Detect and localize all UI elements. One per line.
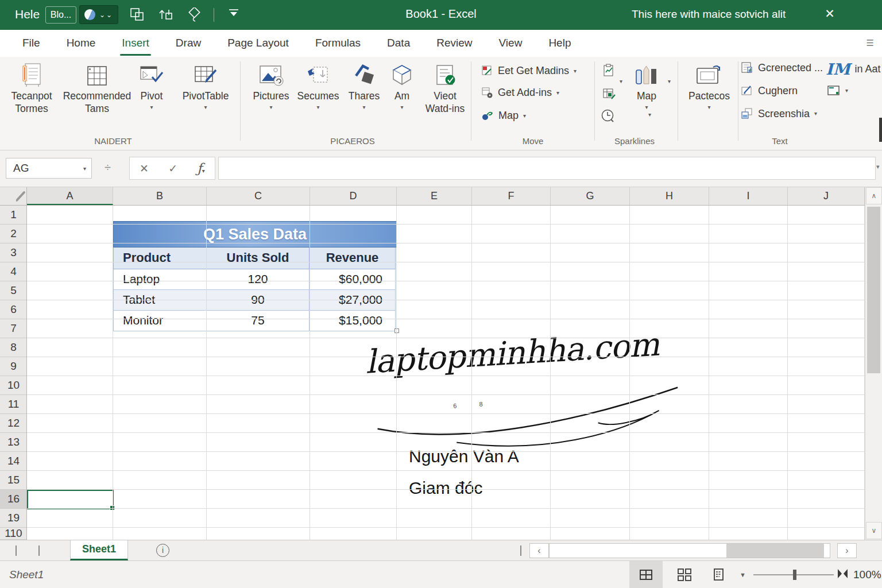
table-row[interactable]: Monitor75$15,000 xyxy=(113,311,397,331)
pictures-button[interactable]: Pictures ▾ xyxy=(249,62,293,110)
sheet-nav-mark[interactable] xyxy=(16,546,17,556)
tab-view[interactable]: View xyxy=(486,30,536,57)
formula-input[interactable] xyxy=(218,157,876,180)
object-item[interactable]: Gcrenected ... xyxy=(741,61,823,74)
document-button[interactable]: Blo... xyxy=(45,6,76,24)
sort-upload-icon[interactable] xyxy=(158,7,173,25)
copy-icon[interactable] xyxy=(130,7,146,25)
screenshot-item[interactable]: Screenshia ▾ xyxy=(741,107,817,120)
table-row[interactable]: Tablet90$27,000 xyxy=(113,290,397,311)
ribbon-options-icon[interactable]: ☰ xyxy=(866,38,874,47)
table-header-2[interactable]: Revenue xyxy=(309,247,396,269)
map-chart-button[interactable]: Map ▾ xyxy=(626,62,667,110)
sheet-nav-mark[interactable] xyxy=(38,546,40,556)
tables-button[interactable]: TecanpotTormes xyxy=(5,62,59,115)
table-cell[interactable]: $27,000 xyxy=(309,290,396,311)
table-cell[interactable]: Tablet xyxy=(113,290,207,311)
scroll-up-icon[interactable]: ∧ xyxy=(866,187,882,204)
tab-insert[interactable]: Insert xyxy=(109,30,163,57)
get-madins-item[interactable]: Eet Get Madins ▾ xyxy=(481,65,577,77)
tab-home[interactable]: Home xyxy=(53,30,109,57)
sparkline-column-icon[interactable] xyxy=(602,87,617,103)
column-header-H[interactable]: H xyxy=(630,187,709,205)
row-header-4[interactable]: 4 xyxy=(0,262,27,281)
table-header-0[interactable]: Product xyxy=(113,247,207,269)
sales-table-title[interactable]: Q1 Sales Data xyxy=(113,221,397,247)
column-header-I[interactable]: I xyxy=(709,187,788,205)
row-header-3[interactable]: 3 xyxy=(0,243,27,262)
chart-quick-button[interactable]: ⌄⌄ xyxy=(79,5,118,24)
tab-review[interactable]: Review xyxy=(423,30,485,57)
get-addins-item[interactable]: Get Add-ins ▾ xyxy=(481,87,559,99)
row-header-110[interactable]: 110 xyxy=(0,528,27,540)
cancel-icon[interactable]: ✕ xyxy=(140,162,149,175)
vertical-scroll-thumb[interactable] xyxy=(867,207,880,373)
insert-function-icon[interactable]: ƒ▾ xyxy=(197,161,205,176)
info-icon[interactable]: i xyxy=(156,544,169,557)
zoom-slider-thumb[interactable] xyxy=(793,570,796,580)
pivottable-button[interactable]: PivotTable ▾ xyxy=(173,62,238,110)
models-button[interactable]: Am ▾ xyxy=(386,62,418,110)
namebox-splitter[interactable]: ÷ xyxy=(105,161,111,174)
column-header-J[interactable]: J xyxy=(788,187,865,205)
column-header-E[interactable]: E xyxy=(397,187,472,205)
tab-data[interactable]: Data xyxy=(374,30,423,57)
tab-file[interactable]: File xyxy=(9,30,53,57)
table-cell[interactable]: 120 xyxy=(206,269,310,290)
row-header-6[interactable]: 6 xyxy=(0,300,27,319)
column-header-A[interactable]: A xyxy=(27,187,113,205)
column-header-G[interactable]: G xyxy=(551,187,630,205)
horizontal-scroll-thumb[interactable] xyxy=(726,544,824,558)
selected-cell-a16[interactable] xyxy=(27,490,114,509)
row-header-13[interactable]: 13 xyxy=(0,433,27,452)
row-header-12[interactable]: 12 xyxy=(0,414,27,433)
addins-button[interactable]: VieotWatd-ins xyxy=(420,62,470,115)
row-header-1[interactable]: 1 xyxy=(0,206,27,225)
table-cell[interactable]: 75 xyxy=(206,311,310,331)
close-button[interactable]: ✕ xyxy=(821,7,838,21)
cughern-item[interactable]: Cughern xyxy=(741,84,798,97)
map-small-item[interactable]: Map ▾ xyxy=(481,110,526,122)
tab-formulas[interactable]: Formulas xyxy=(302,30,374,57)
row-header-8[interactable]: 8 xyxy=(0,338,27,357)
horizontal-scrollbar[interactable] xyxy=(549,543,830,558)
pivot-button[interactable]: Pivot ▾ xyxy=(133,62,170,110)
wordart-item[interactable]: IM in Aat xyxy=(826,61,881,77)
collapse-ribbon-icon[interactable] xyxy=(227,7,240,20)
table-cell[interactable]: Monitor xyxy=(113,311,207,331)
app-menu-button[interactable]: Hele xyxy=(15,7,40,21)
table-row[interactable]: Laptop120$60,000 xyxy=(113,269,397,290)
scroll-down-icon[interactable]: ∨ xyxy=(866,522,882,539)
scroll-left-icon[interactable]: ‹ xyxy=(529,543,549,558)
pactecos-button[interactable]: Pactecos ▾ xyxy=(684,62,734,110)
shapes-button[interactable]: Thares ▾ xyxy=(345,62,384,110)
column-header-C[interactable]: C xyxy=(207,187,310,205)
chevron-down-icon[interactable]: ▼ xyxy=(740,571,746,578)
recommended-tables-button[interactable]: RecommendedTams xyxy=(61,62,133,115)
row-header-11[interactable]: 11 xyxy=(0,395,27,414)
zoom-fit-icon[interactable] xyxy=(837,568,848,581)
scroll-right-icon[interactable]: › xyxy=(837,543,857,558)
row-header-9[interactable]: 9 xyxy=(0,357,27,376)
column-header-B[interactable]: B xyxy=(113,187,207,205)
row-header-15[interactable]: 15 xyxy=(0,471,27,490)
tab-draw[interactable]: Draw xyxy=(163,30,214,57)
row-header-19[interactable]: 19 xyxy=(0,509,27,528)
kite-shape-icon[interactable] xyxy=(187,7,202,26)
tab-help[interactable]: Help xyxy=(535,30,584,57)
view-normal-button[interactable] xyxy=(629,561,663,588)
enter-icon[interactable]: ✓ xyxy=(168,162,177,175)
sparkline-line-icon[interactable] xyxy=(602,64,616,80)
table-cell[interactable]: $15,000 xyxy=(309,311,396,331)
row-header-7[interactable]: 7 xyxy=(0,319,27,338)
table-header-1[interactable]: Units Sold xyxy=(206,247,310,269)
column-header-F[interactable]: F xyxy=(472,187,551,205)
table-cell[interactable]: 90 xyxy=(206,290,310,311)
row-header-16[interactable]: 16 xyxy=(0,490,27,509)
expand-formula-bar-icon[interactable]: ▾ xyxy=(876,163,880,171)
tab-page-layout[interactable]: Page Layout xyxy=(214,30,302,57)
page-layout-view-button[interactable] xyxy=(678,568,691,583)
secumes-button[interactable]: Secumes ▾ xyxy=(294,62,342,110)
sheet-tab-sheet1[interactable]: Sheet1 xyxy=(70,540,128,560)
grid-area[interactable]: Q1 Sales Data ProductUnits SoldRevenue L… xyxy=(27,206,865,540)
